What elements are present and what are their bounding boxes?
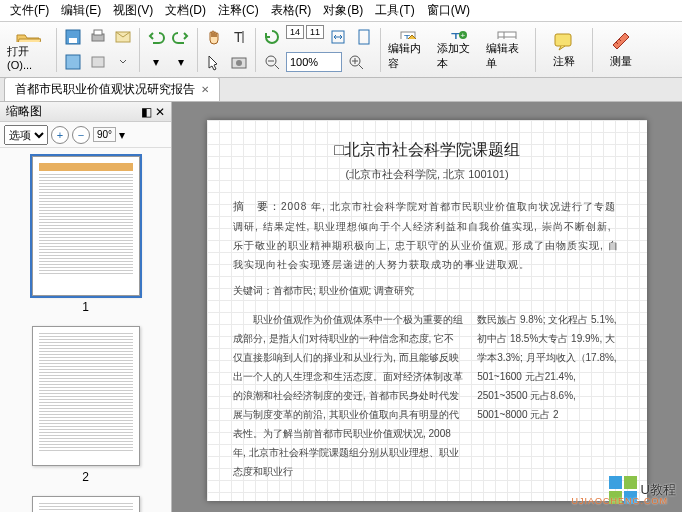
separator xyxy=(197,28,198,72)
undo-drop[interactable]: ▾ xyxy=(144,50,168,74)
open-label: 打开(O)... xyxy=(7,44,49,71)
doc-keywords: 关键词：首都市民; 职业价值观; 调查研究 xyxy=(233,284,621,298)
add-text-icon: T+ xyxy=(447,29,469,39)
redo-button[interactable] xyxy=(169,25,193,49)
scan-icon xyxy=(89,53,107,71)
thumbnail-item[interactable]: 3 xyxy=(8,496,163,512)
folder-open-icon xyxy=(15,29,41,42)
zoom-in-button[interactable] xyxy=(344,50,368,74)
menu-comment[interactable]: 注释(C) xyxy=(212,0,265,21)
separator xyxy=(56,28,57,72)
panel-chevron-icon[interactable]: ▾ xyxy=(119,128,125,142)
edit-content-icon: T xyxy=(398,29,420,39)
hand-tool[interactable] xyxy=(202,25,226,49)
svg-line-15 xyxy=(275,65,279,69)
measure-label: 测量 xyxy=(610,54,632,69)
scan-button[interactable] xyxy=(86,50,110,74)
annotate-icon xyxy=(553,30,575,52)
zoom-out-button[interactable] xyxy=(260,50,284,74)
form-icon xyxy=(496,29,518,39)
annotate-button[interactable]: 注释 xyxy=(540,26,588,74)
thumbnail-item[interactable]: 2 xyxy=(8,326,163,484)
separator xyxy=(255,28,256,72)
separator xyxy=(535,28,536,72)
menu-bar: 文件(F) 编辑(E) 视图(V) 文档(D) 注释(C) 表格(R) 对象(B… xyxy=(0,0,682,22)
toolbar: 打开(O)... ▾ ▾ T xyxy=(0,22,682,78)
hand-icon xyxy=(205,28,223,46)
doc-abstract: 摘 要：2008 年, 北京市社会科学院对首都市民职业价值取向状况进行了专题调研… xyxy=(233,196,621,274)
menu-table[interactable]: 表格(R) xyxy=(265,0,318,21)
rotate-icon xyxy=(263,28,281,46)
svg-rect-5 xyxy=(66,55,80,69)
thumbnail-item[interactable]: 1 xyxy=(8,156,163,314)
page-number: 1 xyxy=(8,300,163,314)
svg-line-19 xyxy=(359,65,363,69)
redo-drop[interactable]: ▾ xyxy=(169,50,193,74)
print-icon xyxy=(89,28,107,46)
add-text-button[interactable]: T+ 添加文本 xyxy=(434,26,482,74)
thumbnails-panel: 缩略图 ◧ ✕ 选项 + − 90° ▾ 1 2 3 xyxy=(0,102,172,512)
edit-content-button[interactable]: T 编辑内容 xyxy=(385,26,433,74)
thumbnail-page-2[interactable] xyxy=(32,326,140,466)
svg-rect-3 xyxy=(94,30,102,35)
undo-button[interactable] xyxy=(144,25,168,49)
panel-title: 缩略图 xyxy=(6,103,42,120)
menu-edit[interactable]: 编辑(E) xyxy=(55,0,107,21)
save-icon xyxy=(64,28,82,46)
page-box-b[interactable]: 11 xyxy=(306,25,324,39)
menu-object[interactable]: 对象(B) xyxy=(317,0,369,21)
close-icon[interactable]: ✕ xyxy=(201,84,209,95)
workspace: 缩略图 ◧ ✕ 选项 + − 90° ▾ 1 2 3 □ xyxy=(0,102,682,512)
pdf-page: □北京市社会科学院课题组 (北京市社会科学院, 北京 100101) 摘 要：2… xyxy=(207,120,647,501)
open-button[interactable]: 打开(O)... xyxy=(4,26,52,74)
menu-doc[interactable]: 文档(D) xyxy=(159,0,212,21)
svg-text:+: + xyxy=(461,31,466,39)
separator xyxy=(592,28,593,72)
rotate-thumb[interactable]: 90° xyxy=(93,127,116,142)
fit-width-button[interactable] xyxy=(326,25,350,49)
zoom-input[interactable] xyxy=(286,52,342,72)
thumbnail-list[interactable]: 1 2 3 xyxy=(0,148,171,512)
panel-menu-icon[interactable]: ◧ ✕ xyxy=(141,105,165,119)
measure-button[interactable]: 测量 xyxy=(597,26,645,74)
zoom-out-thumb[interactable]: − xyxy=(72,126,90,144)
menu-file[interactable]: 文件(F) xyxy=(4,0,55,21)
thumbnail-page-3[interactable] xyxy=(32,496,140,512)
doc-body-columns: 职业价值观作为价值观体系中一个极为重要的组成部分, 是指人们对待职业的一种信念和… xyxy=(233,310,621,481)
options-select[interactable]: 选项 xyxy=(4,125,48,145)
text-select-tool[interactable]: T xyxy=(227,25,251,49)
zoom-in-thumb[interactable]: + xyxy=(51,126,69,144)
page-box-a[interactable]: 14 xyxy=(286,25,304,39)
edit-form-button[interactable]: 编辑表单 xyxy=(483,26,531,74)
rotate-button[interactable] xyxy=(260,25,284,49)
snapshot-tool[interactable] xyxy=(227,50,251,74)
menu-view[interactable]: 视图(V) xyxy=(107,0,159,21)
fit-width-icon xyxy=(329,28,347,46)
doc-subtitle: (北京市社会科学院, 北京 100101) xyxy=(233,167,621,182)
doc-title: □北京市社会科学院课题组 xyxy=(233,140,621,161)
save-button[interactable] xyxy=(61,25,85,49)
redo-icon xyxy=(172,28,190,46)
undo-icon xyxy=(147,28,165,46)
fit-page-button[interactable] xyxy=(352,25,376,49)
document-canvas[interactable]: □北京市社会科学院课题组 (北京市社会科学院, 北京 100101) 摘 要：2… xyxy=(172,102,682,512)
watermark: U教程 UJIAOCHENG.COM xyxy=(609,476,676,504)
panel-header: 缩略图 ◧ ✕ xyxy=(0,102,171,122)
save-as-button[interactable] xyxy=(61,50,85,74)
print-button[interactable] xyxy=(86,25,110,49)
menu-tool[interactable]: 工具(T) xyxy=(369,0,420,21)
thumbnail-page-1[interactable] xyxy=(32,156,140,296)
more-button[interactable] xyxy=(111,50,135,74)
measure-icon xyxy=(610,30,632,52)
document-tab[interactable]: 首都市民职业价值观状况研究报告 ✕ xyxy=(4,77,220,101)
edit-form-label: 编辑表单 xyxy=(486,41,528,71)
svg-rect-12 xyxy=(359,30,369,44)
menu-window[interactable]: 窗口(W) xyxy=(421,0,476,21)
separator xyxy=(139,28,140,72)
mail-icon xyxy=(114,28,132,46)
column-right: 数民族占 9.8%; 文化程占 5.1%, 初中占 18.5%大专占 19.9%… xyxy=(477,310,621,481)
separator xyxy=(380,28,381,72)
email-button[interactable] xyxy=(111,25,135,49)
select-tool[interactable] xyxy=(202,50,226,74)
chevron-down-icon xyxy=(118,53,128,71)
